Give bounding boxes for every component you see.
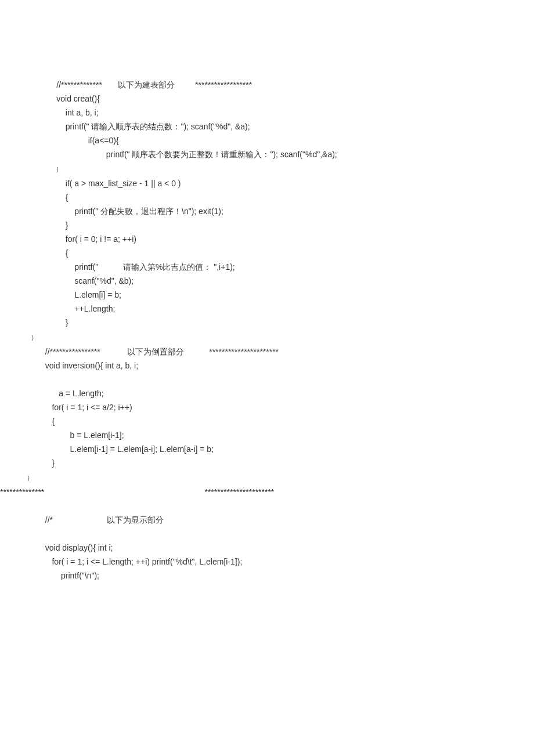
code-content: //************* 以下为建表部分 ****************… [0,64,534,596]
code-line: b = L.elem[i-1]; [0,431,124,440]
code-line: for( i = 0; i != a; ++i) [0,234,136,244]
code-line: printf(" 请输入顺序表的结点数："); scanf("%d", &a); [0,122,250,131]
code-line: L.elem[i] = b; [0,290,121,299]
code-line: a = L.length; [0,389,104,398]
code-line: } [0,220,68,230]
code-line: } [0,167,59,172]
document-page: //************* 以下为建表部分 ****************… [0,0,534,756]
code-line: } [0,458,55,468]
code-line: scanf("%d", &b); [0,276,134,285]
code-line: } [0,335,34,341]
code-line: void inversion(){ int a, b, i; [0,361,138,370]
code-line [0,375,45,384]
code-line: printf(" 顺序表个数要为正整数！请重新输入："); scanf("%d"… [0,150,337,159]
code-line: } [0,475,30,481]
code-line: ************** ********************** [0,487,274,497]
code-line: if( a > max_list_size - 1 || a < 0 ) [0,179,181,188]
code-line: void creat(){ [0,94,100,103]
code-line: void display(){ int i; [0,543,113,552]
code-line: L.elem[i-1] = L.elem[a-i]; L.elem[a-i] =… [0,444,214,454]
code-line: for( i = 1; i <= a/2; i++) [0,403,132,412]
code-line: if(a<=0){ [0,136,119,145]
code-line [0,529,45,538]
code-line: { [0,248,68,258]
code-line: { [0,417,55,426]
code-line: int a, b, i; [0,108,99,117]
code-line: printf(" 分配失败，退出程序！\n"); exit(1); [0,207,223,216]
code-line: ++L.length; [0,304,115,313]
code-line: //**************** 以下为倒置部分 *************… [0,347,279,356]
code-line: for( i = 1; i <= L.length; ++i) printf("… [0,557,242,566]
code-line: //************* 以下为建表部分 ****************… [0,80,252,89]
code-line: //* 以下为显示部分 [0,515,164,525]
code-line: { [0,193,68,202]
code-line: } [0,318,68,327]
code-line: printf("\n"); [0,571,99,580]
code-line: printf(" 请输入第%比吉点的值： ",i+1); [0,262,235,272]
